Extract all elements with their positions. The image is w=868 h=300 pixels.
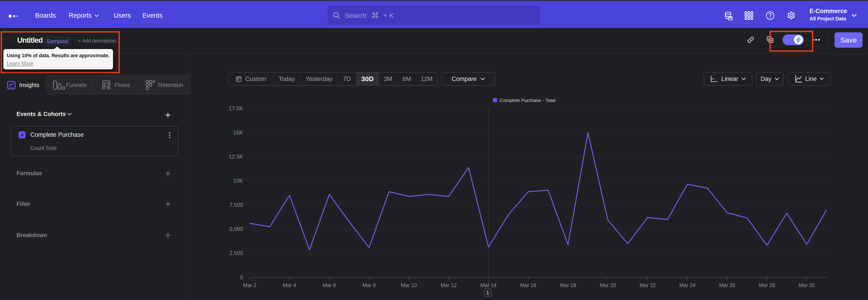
svg-text:Mar 12: Mar 12 xyxy=(440,282,457,288)
svg-text:Mar 18: Mar 18 xyxy=(560,282,576,288)
svg-text:Complete Purchase - Total: Complete Purchase - Total xyxy=(500,98,555,103)
svg-text:15K: 15K xyxy=(233,129,243,136)
svg-text:Mar 20: Mar 20 xyxy=(600,282,616,288)
svg-text:7,500: 7,500 xyxy=(229,202,243,208)
svg-text:17.5K: 17.5K xyxy=(229,106,243,112)
svg-text:Mar 4: Mar 4 xyxy=(283,282,296,288)
svg-text:Mar 30: Mar 30 xyxy=(799,282,815,288)
svg-text:Mar 14: Mar 14 xyxy=(480,282,497,288)
svg-text:Mar 22: Mar 22 xyxy=(640,282,656,288)
svg-text:12.5K: 12.5K xyxy=(229,153,243,160)
svg-text:Mar 2: Mar 2 xyxy=(243,282,256,288)
svg-text:Mar 26: Mar 26 xyxy=(719,282,735,288)
svg-text:Mar 10: Mar 10 xyxy=(401,282,417,288)
svg-text:Mar 6: Mar 6 xyxy=(323,282,336,288)
svg-text:0: 0 xyxy=(240,274,243,280)
svg-text:2,500: 2,500 xyxy=(229,250,243,256)
svg-text:Mar 8: Mar 8 xyxy=(363,282,376,288)
svg-text:Mar 24: Mar 24 xyxy=(679,282,695,288)
svg-text:1: 1 xyxy=(486,290,489,296)
svg-text:5,000: 5,000 xyxy=(229,226,243,232)
svg-text:10K: 10K xyxy=(233,178,243,184)
svg-text:Mar 28: Mar 28 xyxy=(759,282,775,288)
svg-text:Mar 16: Mar 16 xyxy=(520,282,536,288)
